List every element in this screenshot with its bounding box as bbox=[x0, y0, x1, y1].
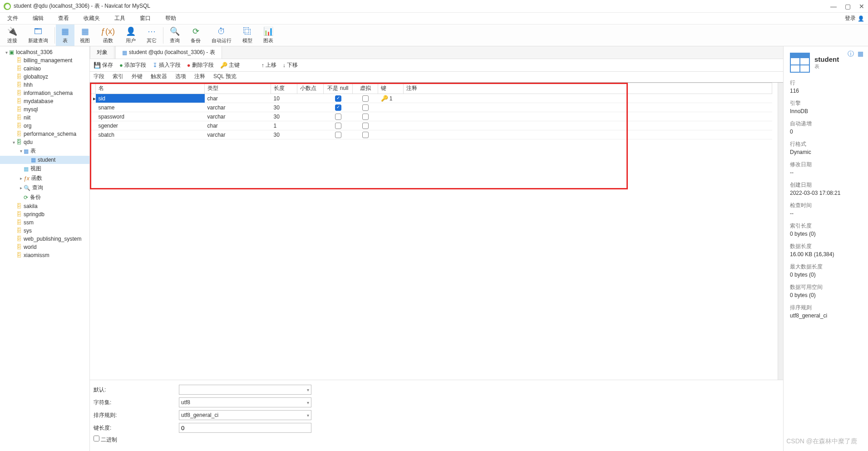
tree-db-web_publishing_system[interactable]: 🗄web_publishing_system bbox=[0, 235, 89, 243]
minimize-button[interactable]: — bbox=[830, 3, 837, 10]
field-type[interactable]: varchar bbox=[205, 130, 271, 139]
tb-new-query[interactable]: 🗔新建查询 bbox=[23, 25, 54, 46]
col-virtual[interactable]: 虚拟 bbox=[353, 83, 378, 94]
tb-autorun[interactable]: ⏱自动运行 bbox=[206, 25, 237, 46]
ts-sql[interactable]: SQL 预览 bbox=[213, 73, 237, 81]
field-virtual[interactable] bbox=[353, 121, 378, 130]
tree-db-niit[interactable]: 🗄niit bbox=[0, 114, 89, 122]
tree-db-world[interactable]: 🗄world bbox=[0, 243, 89, 251]
col-type[interactable]: 类型 bbox=[205, 83, 271, 94]
field-comment[interactable] bbox=[404, 130, 772, 139]
ts-fields[interactable]: 字段 bbox=[94, 73, 104, 81]
field-key[interactable] bbox=[378, 121, 404, 130]
field-name[interactable]: sbatch bbox=[96, 130, 205, 139]
tree-db-globaltoyz[interactable]: 🗄globaltoyz bbox=[0, 73, 89, 81]
tree-backups[interactable]: ⟳备份 bbox=[0, 193, 89, 202]
field-notnull[interactable] bbox=[324, 94, 353, 103]
col-comment[interactable]: 注释 bbox=[404, 83, 772, 94]
save-button[interactable]: 💾保存 bbox=[94, 61, 113, 69]
tb-backup[interactable]: ⟳备份 bbox=[185, 25, 206, 46]
field-length[interactable]: 10 bbox=[271, 94, 297, 103]
field-decimals[interactable] bbox=[297, 112, 324, 121]
tree-db-cainiao[interactable]: 🗄cainiao bbox=[0, 64, 89, 73]
ts-options[interactable]: 选项 bbox=[175, 73, 186, 81]
grid-icon[interactable]: ▦ bbox=[858, 50, 863, 58]
field-key[interactable]: 🔑 1 bbox=[378, 94, 404, 103]
field-row[interactable]: spasswordvarchar30 bbox=[90, 112, 772, 121]
charset-combo[interactable]: utf8▾ bbox=[179, 397, 311, 407]
field-row[interactable]: sgenderchar1 bbox=[90, 121, 772, 130]
field-virtual[interactable] bbox=[353, 103, 378, 112]
field-length[interactable]: 30 bbox=[271, 112, 297, 121]
tree-db-sys[interactable]: 🗄sys bbox=[0, 227, 89, 235]
field-decimals[interactable] bbox=[297, 130, 324, 139]
ts-comment[interactable]: 注释 bbox=[194, 73, 205, 81]
tb-model[interactable]: ⿻模型 bbox=[237, 25, 258, 46]
tree-views[interactable]: ▦视图 bbox=[0, 164, 89, 173]
field-length[interactable]: 30 bbox=[271, 130, 297, 139]
tree-db-mydatabase[interactable]: 🗄mydatabase bbox=[0, 97, 89, 105]
tb-other[interactable]: ⋯其它 bbox=[141, 25, 162, 46]
tb-function[interactable]: ƒ(x)函数 bbox=[95, 25, 120, 46]
field-row[interactable]: snamevarchar30 bbox=[90, 103, 772, 112]
field-length[interactable]: 1 bbox=[271, 121, 297, 130]
tree-table-student[interactable]: ▦student bbox=[0, 156, 89, 164]
field-key[interactable] bbox=[378, 112, 404, 121]
menu-help[interactable]: 帮助 bbox=[162, 14, 180, 23]
tree-db-performance_schema[interactable]: 🗄performance_schema bbox=[0, 130, 89, 138]
binary-checkbox[interactable]: 二进制 bbox=[94, 436, 117, 444]
move-up-button[interactable]: ↑上移 bbox=[261, 61, 276, 69]
ts-trigger[interactable]: 触发器 bbox=[151, 73, 167, 81]
default-combo[interactable]: ▾ bbox=[179, 385, 311, 395]
tab-table-designer[interactable]: ▦student @qdu (localhost_3306) - 表 bbox=[115, 46, 222, 59]
field-comment[interactable] bbox=[404, 121, 772, 130]
field-decimals[interactable] bbox=[297, 94, 324, 103]
tree-db-springdb[interactable]: 🗄springdb bbox=[0, 210, 89, 218]
field-name[interactable]: sname bbox=[96, 103, 205, 112]
add-field-button[interactable]: ●添加字段 bbox=[119, 61, 146, 69]
menu-tools[interactable]: 工具 bbox=[111, 14, 129, 23]
field-notnull[interactable] bbox=[324, 121, 353, 130]
field-virtual[interactable] bbox=[353, 130, 378, 139]
field-notnull[interactable] bbox=[324, 130, 353, 139]
login-link[interactable]: 登录 bbox=[845, 15, 856, 22]
field-name[interactable]: sid bbox=[96, 94, 205, 103]
user-icon[interactable]: 👤 bbox=[858, 15, 864, 22]
tb-query[interactable]: 🔍查询 bbox=[164, 25, 185, 46]
vertical-scrollbar[interactable] bbox=[778, 83, 783, 380]
field-key[interactable] bbox=[378, 103, 404, 112]
field-comment[interactable] bbox=[404, 94, 772, 103]
tb-view[interactable]: ▦视图 bbox=[74, 25, 95, 46]
menu-file[interactable]: 文件 bbox=[4, 14, 22, 23]
ts-fk[interactable]: 外键 bbox=[132, 73, 143, 81]
primary-key-button[interactable]: 🔑主键 bbox=[220, 61, 240, 69]
tree-functions[interactable]: ▸ƒx函数 bbox=[0, 173, 89, 183]
tree-db-org[interactable]: 🗄org bbox=[0, 122, 89, 130]
tree-db-sakila[interactable]: 🗄sakila bbox=[0, 202, 89, 210]
tree-queries[interactable]: ▸🔍查询 bbox=[0, 183, 89, 193]
field-notnull[interactable] bbox=[324, 112, 353, 121]
field-name[interactable]: spassword bbox=[96, 112, 205, 121]
insert-field-button[interactable]: ↧插入字段 bbox=[153, 61, 181, 69]
field-comment[interactable] bbox=[404, 112, 772, 121]
tree-db-hhh[interactable]: 🗄hhh bbox=[0, 81, 89, 89]
field-decimals[interactable] bbox=[297, 103, 324, 112]
col-key[interactable]: 键 bbox=[378, 83, 404, 94]
menu-edit[interactable]: 编辑 bbox=[29, 14, 47, 23]
field-row[interactable]: sbatchvarchar30 bbox=[90, 130, 772, 139]
tb-connect[interactable]: 🔌连接 bbox=[2, 25, 23, 46]
col-decimals[interactable]: 小数点 bbox=[297, 83, 324, 94]
col-notnull[interactable]: 不是 null bbox=[324, 83, 353, 94]
field-decimals[interactable] bbox=[297, 121, 324, 130]
collation-combo[interactable]: utf8_general_ci▾ bbox=[179, 410, 311, 420]
field-notnull[interactable] bbox=[324, 103, 353, 112]
move-down-button[interactable]: ↓下移 bbox=[283, 61, 298, 69]
menu-window[interactable]: 窗口 bbox=[136, 14, 154, 23]
field-type[interactable]: varchar bbox=[205, 112, 271, 121]
field-comment[interactable] bbox=[404, 103, 772, 112]
maximize-button[interactable]: ▢ bbox=[845, 3, 851, 10]
tree-db-ssm[interactable]: 🗄ssm bbox=[0, 218, 89, 227]
tree-db-billing_management[interactable]: 🗄billing_management bbox=[0, 56, 89, 64]
col-name[interactable]: 名 bbox=[96, 83, 205, 94]
tree-db-information_schema[interactable]: 🗄information_schema bbox=[0, 89, 89, 97]
